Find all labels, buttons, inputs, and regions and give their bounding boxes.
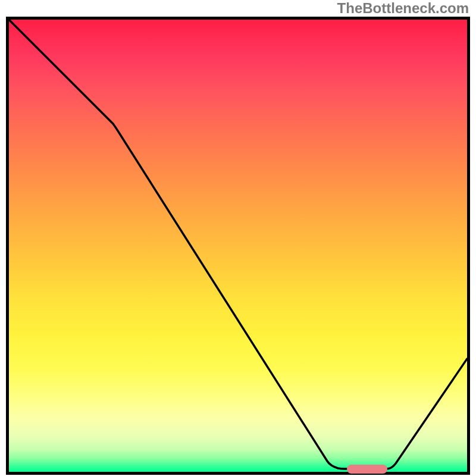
chart-frame [6, 17, 470, 475]
curve-svg [9, 20, 467, 472]
bottleneck-curve [9, 20, 467, 469]
optimal-range-marker [347, 465, 387, 474]
attribution-text: TheBottleneck.com [337, 0, 469, 17]
